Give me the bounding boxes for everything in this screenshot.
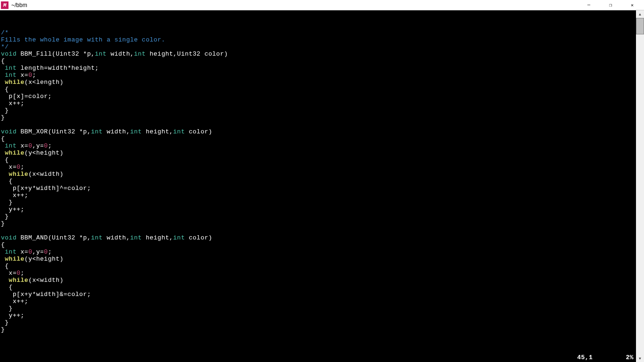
code-line: } (1, 220, 643, 227)
code-line: int x=0,y=0; (1, 248, 643, 255)
code-line: */ (1, 43, 643, 50)
code-line: p[x+y*width]^=color; (1, 185, 643, 192)
code-line: int x=0; (1, 72, 643, 79)
code-line: } (1, 107, 643, 114)
code-line: } (1, 319, 643, 326)
scroll-percent: 2% (626, 354, 634, 361)
code-line: /* (1, 29, 643, 36)
code-line (1, 121, 643, 128)
code-line: void BBM_Fill(Uint32 *p,int width,int he… (1, 50, 643, 58)
code-line: } (1, 213, 643, 220)
code-line: { (1, 178, 643, 185)
code-line: } (1, 199, 643, 206)
app-icon: M (1, 1, 8, 9)
code-line: y++; (1, 206, 643, 213)
editor-area[interactable]: /*Fills the whole image with a single co… (0, 10, 644, 362)
code-line: { (1, 284, 643, 291)
vertical-scrollbar[interactable]: ▲ ▼ (636, 10, 644, 362)
minimize-button[interactable]: — (578, 0, 600, 10)
code-line: int length=width*height; (1, 65, 643, 72)
code-line: { (1, 58, 643, 65)
code-line: y++; (1, 312, 643, 319)
code-line: void BBM_XOR(Uint32 *p,int width,int hei… (1, 128, 643, 135)
code-line: { (1, 156, 643, 164)
code-line: { (1, 241, 643, 248)
scroll-down-arrow[interactable]: ▼ (636, 354, 644, 362)
maximize-button[interactable]: ❐ (600, 0, 621, 10)
code-line: while(x<width) (1, 171, 643, 178)
code-line (1, 227, 643, 234)
code-line: x++; (1, 100, 643, 107)
code-line: while(y<height) (1, 255, 643, 263)
code-line: while(x<length) (1, 79, 643, 86)
window-titlebar: M ~/bbm — ❐ ✕ (0, 0, 644, 10)
code-line: while(y<height) (1, 149, 643, 156)
code-line: } (1, 326, 643, 333)
scrollbar-thumb[interactable] (636, 18, 644, 34)
cursor-position: 45,1 (577, 354, 593, 361)
code-line: } (1, 305, 643, 312)
close-button[interactable]: ✕ (621, 0, 643, 10)
window-title: ~/bbm (11, 2, 578, 8)
window-controls: — ❐ ✕ (578, 0, 643, 10)
code-content: /*Fills the whole image with a single co… (1, 29, 643, 333)
code-line: int x=0,y=0; (1, 142, 643, 149)
code-line: x=0; (1, 270, 643, 277)
code-line: void BBM_AND(Uint32 *p,int width,int hei… (1, 234, 643, 241)
code-line: } (1, 114, 643, 121)
code-line: Fills the whole image with a single colo… (1, 36, 643, 43)
code-line: { (1, 135, 643, 142)
code-line: p[x+y*width]&=color; (1, 291, 643, 298)
code-line: x=0; (1, 164, 643, 171)
code-line: while(x<width) (1, 277, 643, 284)
code-line: p[x]=color; (1, 93, 643, 100)
scroll-up-arrow[interactable]: ▲ (636, 10, 644, 18)
code-line: { (1, 86, 643, 93)
code-line: { (1, 263, 643, 270)
status-bar: 45,1 2% (577, 354, 634, 361)
code-line: x++; (1, 192, 643, 199)
code-line: x++; (1, 298, 643, 305)
